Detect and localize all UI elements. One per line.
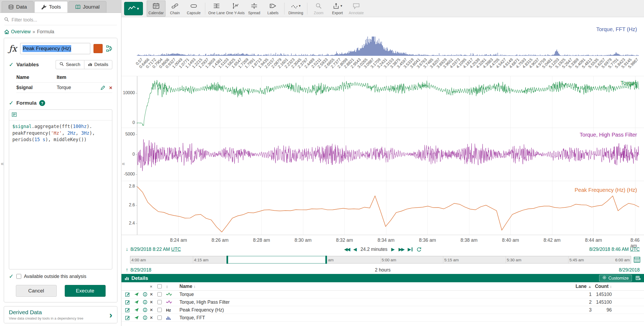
- formula-tool-header: ƒx Peak Frequency (Hz): [9, 43, 112, 54]
- item-name[interactable]: Torque: [179, 292, 566, 297]
- remove-item-icon[interactable]: ×: [150, 292, 157, 297]
- color-swatch-button[interactable]: [93, 44, 103, 53]
- tab-journal[interactable]: Journal: [69, 1, 106, 13]
- derived-data-panel[interactable]: Derived Data View data created by tools …: [4, 306, 117, 323]
- hpf-plot-area[interactable]: [137, 128, 639, 181]
- toolbar-chain-button[interactable]: Chain: [166, 1, 184, 17]
- remove-all-icon[interactable]: ×: [150, 284, 157, 289]
- edit-item-icon[interactable]: [125, 307, 134, 312]
- item-info-icon[interactable]: [143, 316, 150, 320]
- extend-range-start-icon[interactable]: ↓: [126, 246, 128, 252]
- item-name[interactable]: Torque, High Pass Filter: [179, 299, 566, 305]
- range-duration-label[interactable]: 24.2 minutes: [361, 247, 387, 252]
- fft-plot-area[interactable]: [137, 17, 639, 56]
- range-refresh-button[interactable]: [416, 247, 421, 252]
- select-all-checkbox[interactable]: [157, 284, 162, 288]
- range-start-label[interactable]: 8/29/2018 8:22 AM UTC: [131, 247, 181, 252]
- remove-item-icon[interactable]: ×: [150, 307, 157, 313]
- view-selector-button[interactable]: ▾: [124, 2, 143, 15]
- range-step-back-button[interactable]: ◀: [353, 247, 357, 252]
- variables-section-row: ✓ Variables Search Details: [9, 60, 112, 69]
- item-checkbox[interactable]: [157, 292, 162, 296]
- timeline-duration[interactable]: 2 hours: [375, 267, 390, 273]
- remove-variable-icon[interactable]: ×: [109, 85, 112, 90]
- fft-frequency-axis: 0.570.64660.71720.79040.86060.93271.0049…: [121, 56, 644, 76]
- item-name-input[interactable]: Peak Frequency (Hz): [20, 43, 90, 54]
- collapse-sidebar-chevron[interactable]: «: [122, 160, 125, 167]
- collapse-panel-chevron[interactable]: «: [1, 160, 4, 167]
- item-info-icon[interactable]: [143, 292, 150, 296]
- send-item-icon[interactable]: [134, 300, 143, 304]
- formula-help-icon[interactable]: ?: [39, 100, 45, 106]
- range-step-forward-button[interactable]: ▶: [391, 247, 395, 252]
- send-item-icon[interactable]: [134, 308, 143, 312]
- y-axis-label: 2.4: [121, 221, 135, 226]
- edit-variable-icon[interactable]: [101, 85, 105, 90]
- remove-item-icon[interactable]: ×: [150, 315, 157, 321]
- tab-tools[interactable]: Tools: [34, 1, 67, 13]
- timeline-tick: [506, 256, 506, 263]
- available-outside-checkbox[interactable]: [16, 274, 21, 279]
- timeline-selection-window[interactable]: [227, 256, 327, 263]
- send-item-icon[interactable]: [134, 316, 143, 320]
- hz-unit-icon: Hz: [166, 308, 171, 312]
- investigate-timeline-row: 4:00 am4:15 am4:30 am4:45 am5:00 am5:15 …: [121, 254, 644, 266]
- time-axis-label: 8:30 am: [294, 237, 311, 243]
- item-info-icon[interactable]: [143, 308, 150, 312]
- edit-item-icon[interactable]: [125, 292, 134, 297]
- extend-timeline-icon[interactable]: ↑: [126, 267, 128, 273]
- remove-item-icon[interactable]: ×: [150, 299, 157, 305]
- range-step-last-button[interactable]: ▶: [408, 247, 412, 252]
- sort-icon[interactable]: ↕: [166, 284, 179, 289]
- edit-item-icon[interactable]: [125, 315, 134, 320]
- breadcrumb-overview-link[interactable]: Overview: [11, 29, 31, 35]
- execute-button[interactable]: Execute: [65, 285, 106, 297]
- item-info-icon[interactable]: [143, 300, 150, 304]
- details-button[interactable]: Details: [84, 60, 112, 69]
- caret-down-icon: ▾: [137, 6, 139, 11]
- toolbar-calendar-button[interactable]: Calendar: [147, 1, 166, 17]
- signal-icon: [166, 300, 172, 304]
- formula-code[interactable]: $signal.aggregate(fft(100hz). peakFreque…: [9, 120, 112, 146]
- search-button[interactable]: Search: [56, 60, 84, 69]
- range-end-label[interactable]: 8/29/2018 8:46 AM UTC: [589, 247, 640, 252]
- count-column-header[interactable]: Count↕: [592, 284, 612, 289]
- tools-icon: [41, 4, 46, 10]
- toolbar-capsule-button[interactable]: Capsule: [184, 1, 203, 17]
- customize-button[interactable]: Customize: [599, 275, 632, 281]
- toolbar-export-button[interactable]: ▾Export: [328, 1, 347, 17]
- toolbar-one-y-axis-button[interactable]: One Y-Axis: [226, 1, 245, 17]
- peak-plot-area[interactable]: [137, 181, 639, 235]
- cancel-button[interactable]: Cancel: [16, 285, 57, 297]
- timeline-start-date[interactable]: 8/29/2018: [131, 267, 152, 273]
- item-name[interactable]: Peak Frequency (Hz): [179, 307, 566, 313]
- item-checkbox[interactable]: [157, 300, 162, 304]
- range-jump-forward-button[interactable]: ▶▶: [398, 247, 404, 252]
- timeline-tick: [568, 256, 569, 263]
- send-item-icon[interactable]: [134, 292, 143, 296]
- add-column-icon[interactable]: [636, 276, 641, 280]
- timeline-grid-icon[interactable]: [634, 257, 640, 263]
- edit-item-icon[interactable]: [125, 300, 134, 305]
- tab-data[interactable]: Data: [2, 1, 34, 13]
- toolbar-spread-button[interactable]: Spread: [245, 1, 264, 17]
- toolbar-dimming-button[interactable]: ▾Dimming: [286, 1, 305, 17]
- torque-plot-area[interactable]: [137, 76, 639, 128]
- toolbar-labels-button[interactable]: Labels: [264, 1, 282, 17]
- home-icon[interactable]: [4, 30, 9, 34]
- item-checkbox[interactable]: [157, 308, 162, 312]
- formula-editor[interactable]: $signal.aggregate(fft(100hz). peakFreque…: [9, 109, 112, 269]
- filter-tools-input[interactable]: [12, 17, 117, 23]
- range-jump-back-button[interactable]: ◀◀: [344, 247, 350, 252]
- name-column-header[interactable]: Name↕: [179, 284, 566, 289]
- timeline-end-date[interactable]: 8/29/2018: [619, 267, 640, 273]
- timeline-bar[interactable]: 4:00 am4:15 am4:30 am4:45 am5:00 am5:15 …: [130, 256, 631, 263]
- timeline-handle-right[interactable]: [325, 256, 327, 264]
- formula-lines-icon[interactable]: [12, 112, 17, 118]
- item-checkbox[interactable]: [157, 316, 162, 320]
- lane-column-header[interactable]: Lane▲: [566, 284, 592, 289]
- timeline-handle-left[interactable]: [226, 256, 228, 264]
- toolbar-one-lane-button[interactable]: One Lane: [207, 1, 226, 17]
- dependency-tree-icon[interactable]: [106, 45, 112, 52]
- item-name[interactable]: Torque, FFT: [179, 315, 566, 321]
